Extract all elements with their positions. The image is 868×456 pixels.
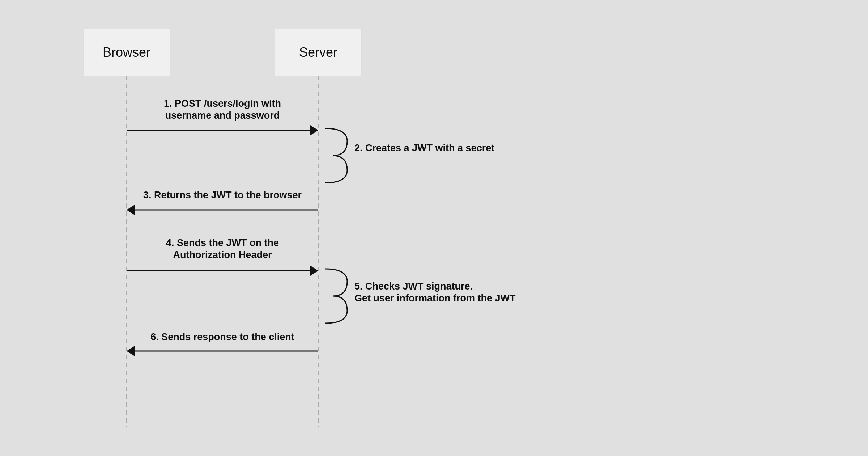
browser-box (83, 29, 170, 76)
msg1-label-line2: username and password (165, 110, 280, 121)
msg1-arrowhead (310, 125, 318, 135)
server-box (275, 29, 362, 76)
msg4-arrowhead (310, 266, 318, 276)
msg2-label: 2. Creates a JWT with a secret (354, 143, 494, 153)
msg3-arrowhead (127, 205, 135, 215)
msg5-label-line2: Get user information from the JWT (354, 293, 516, 304)
msg5-brace (326, 269, 347, 323)
diagram-svg: Browser Server 1. POST /users/login with… (0, 0, 868, 456)
msg2-brace (326, 128, 347, 183)
browser-label: Browser (103, 45, 150, 60)
diagram-container: Browser Server 1. POST /users/login with… (0, 0, 868, 456)
msg5-label-line1: 5. Checks JWT signature. (354, 281, 473, 292)
msg3-label: 3. Returns the JWT to the browser (143, 190, 302, 200)
msg6-arrowhead (127, 346, 135, 356)
msg6-label: 6. Sends response to the client (150, 332, 294, 342)
msg1-label-line1: 1. POST /users/login with (164, 98, 281, 109)
server-label: Server (299, 45, 337, 60)
msg4-label-line2: Authorization Header (173, 249, 272, 260)
msg4-label-line1: 4. Sends the JWT on the (166, 237, 279, 248)
